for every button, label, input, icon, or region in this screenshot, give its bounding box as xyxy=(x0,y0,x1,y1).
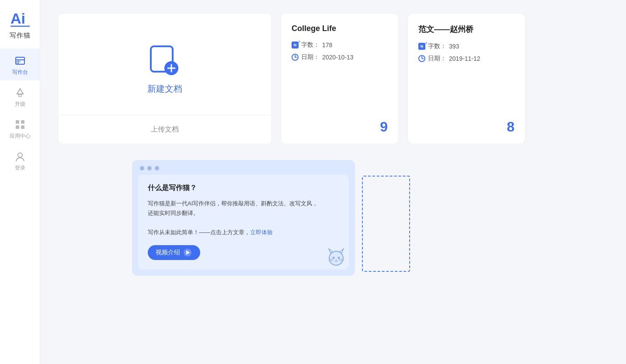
app-name: 写作猫 xyxy=(10,31,31,40)
sidebar-item-app-center[interactable]: 应用中心 xyxy=(0,112,40,144)
word-count-icon-2: N xyxy=(418,43,425,50)
main-content: 新建文档 上传文档 College Life N 字数： 178 日期： 202… xyxy=(40,0,626,364)
info-desc: 写作猫是新一代AI写作伴侣，帮你推敲用语、斟酌文法、改写文风， 还能实时同步翻译… xyxy=(148,199,339,237)
doc2-meta: N 字数： 393 日期： 2019-11-12 xyxy=(418,42,515,62)
sidebar-nav: 写作台 升级 应用中心 xyxy=(0,49,40,176)
svg-rect-6 xyxy=(17,61,17,62)
doc2-date-row: 日期： 2019-11-12 xyxy=(418,55,515,62)
svg-rect-11 xyxy=(16,120,19,124)
play-icon xyxy=(184,249,191,257)
logo-area: Ai 写作猫 xyxy=(9,0,31,44)
new-doc-icon xyxy=(147,43,182,78)
try-now-link[interactable]: 立即体验 xyxy=(250,229,273,236)
doc1-meta: N 字数： 178 日期： 2020-10-13 xyxy=(292,41,388,61)
svg-marker-22 xyxy=(339,249,344,253)
dashed-selection-box xyxy=(362,176,410,272)
doc2-date: 2019-11-12 xyxy=(449,55,480,62)
app-center-icon xyxy=(14,118,26,131)
svg-rect-13 xyxy=(16,125,19,129)
svg-rect-12 xyxy=(21,120,24,124)
play-triangle xyxy=(186,250,190,255)
date-icon-2 xyxy=(418,55,425,62)
doc2-date-label: 日期： xyxy=(428,55,446,62)
sidebar-item-label-app-center: 应用中心 xyxy=(10,132,31,140)
video-intro-button[interactable]: 视频介绍 xyxy=(148,245,200,260)
new-doc-top: 新建文档 xyxy=(147,14,182,115)
info-desc-1: 写作猫是新一代AI写作伴侣，帮你推敲用语、斟酌文法、改写文风， xyxy=(148,200,318,207)
sidebar-item-label-upgrade: 升级 xyxy=(15,101,25,108)
doc2-word-count-label: 字数： xyxy=(428,42,446,50)
doc1-title: College Life xyxy=(292,24,388,33)
sidebar-item-label-login: 登录 xyxy=(15,164,25,172)
doc1-date-label: 日期： xyxy=(301,53,320,61)
doc1-date-row: 日期： 2020-10-13 xyxy=(292,53,388,61)
sidebar-item-label-writing-desk: 写作台 xyxy=(12,69,28,76)
doc2-word-count-row: N 字数： 393 xyxy=(418,42,515,50)
svg-rect-14 xyxy=(21,125,24,129)
sidebar: Ai 写作猫 写作台 xyxy=(0,0,40,364)
doc2-count: 8 xyxy=(418,119,515,135)
video-btn-label: 视频介绍 xyxy=(156,249,180,257)
upload-doc-label: 上传文档 xyxy=(151,125,179,134)
zhaozhou-bridge-card[interactable]: 范文——赵州桥 N 字数： 393 日期： 2019-11-12 8 xyxy=(407,13,525,144)
sidebar-item-writing-desk[interactable]: 写作台 xyxy=(0,49,40,80)
info-panel: 什么是写作猫？ 写作猫是新一代AI写作伴侣，帮你推敲用语、斟酌文法、改写文风， … xyxy=(132,160,355,276)
svg-rect-8 xyxy=(19,61,20,62)
word-count-icon: N xyxy=(292,42,299,49)
info-desc-2: 还能实时同步翻译。 xyxy=(148,210,199,216)
doc2-word-count: 393 xyxy=(449,43,459,50)
sidebar-item-login[interactable]: 登录 xyxy=(0,144,40,176)
login-icon xyxy=(14,150,26,163)
doc1-word-count-row: N 字数： 178 xyxy=(292,41,388,49)
svg-marker-9 xyxy=(17,89,23,94)
college-life-card[interactable]: College Life N 字数： 178 日期： 2020-10-13 9 xyxy=(281,13,399,144)
info-heading: 什么是写作猫？ xyxy=(148,184,339,193)
cards-row: 新建文档 上传文档 College Life N 字数： 178 日期： 202… xyxy=(58,13,609,144)
upgrade-icon xyxy=(14,87,26,99)
svg-point-24 xyxy=(338,257,340,259)
doc1-word-count: 178 xyxy=(322,42,332,49)
svg-rect-10 xyxy=(19,94,21,97)
new-document-card[interactable]: 新建文档 上传文档 xyxy=(58,13,272,144)
dot-1 xyxy=(140,166,144,170)
svg-point-23 xyxy=(333,257,335,259)
doc2-title: 范文——赵州桥 xyxy=(418,24,515,35)
writing-desk-icon xyxy=(14,55,26,67)
info-desc-3: 写作从未如此简单！——点击上方文章， xyxy=(148,229,250,236)
cat-mascot-icon xyxy=(325,246,347,268)
svg-point-15 xyxy=(18,153,22,157)
doc1-count: 9 xyxy=(292,119,388,135)
new-doc-title: 新建文档 xyxy=(147,83,182,95)
doc1-word-count-label: 字数： xyxy=(301,41,320,49)
info-panel-body: 什么是写作猫？ 写作猫是新一代AI写作伴侣，帮你推敲用语、斟酌文法、改写文风， … xyxy=(138,175,349,270)
svg-rect-7 xyxy=(17,62,17,63)
svg-point-20 xyxy=(329,251,343,265)
date-icon xyxy=(292,54,299,61)
svg-text:Ai: Ai xyxy=(10,10,25,27)
dot-3 xyxy=(155,166,159,170)
window-chrome xyxy=(132,160,355,175)
svg-point-25 xyxy=(336,260,337,260)
doc1-date: 2020-10-13 xyxy=(322,54,354,61)
upload-doc-button[interactable]: 上传文档 xyxy=(58,115,271,144)
info-panel-section: 什么是写作猫？ 写作猫是新一代AI写作伴侣，帮你推敲用语、斟酌文法、改写文风， … xyxy=(58,160,609,276)
sidebar-item-upgrade[interactable]: 升级 xyxy=(0,80,40,112)
dot-2 xyxy=(147,166,152,170)
svg-marker-21 xyxy=(329,249,333,253)
app-logo-icon: Ai xyxy=(9,8,31,31)
